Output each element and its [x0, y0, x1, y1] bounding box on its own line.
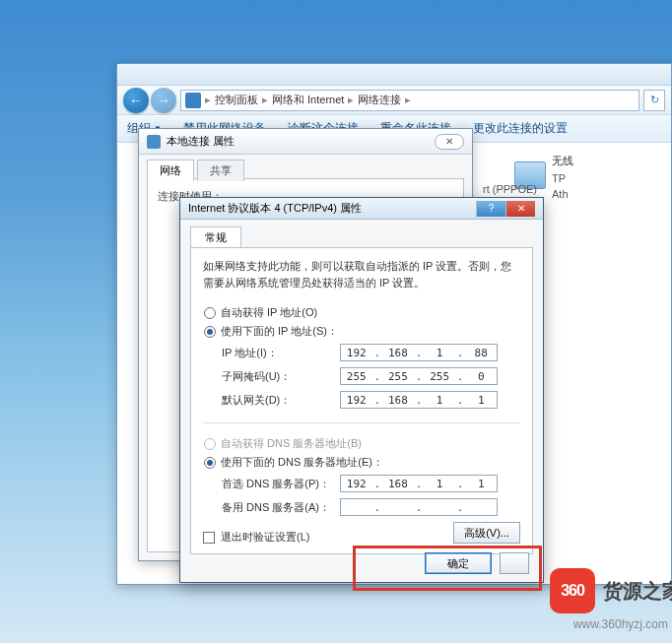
chevron-right-icon: ▸: [205, 94, 211, 106]
cancel-button[interactable]: [500, 552, 529, 574]
refresh-button[interactable]: ↻: [643, 90, 665, 111]
ipv4-properties-dialog: Internet 协议版本 4 (TCP/IPv4) 属性 ? ✕ 常规 如果网…: [179, 197, 544, 583]
advanced-button[interactable]: 高级(V)...: [453, 522, 520, 544]
subnet-mask-label: 子网掩码(U)：: [222, 369, 340, 384]
nav-row: ← → ▸ 控制面板 ▸ 网络和 Internet ▸ 网络连接 ▸ ↻: [117, 86, 671, 115]
chevron-right-icon: ▸: [262, 94, 268, 106]
watermark-badge: 360: [550, 568, 595, 613]
breadcrumb-item[interactable]: 网络和 Internet: [272, 93, 344, 107]
dialog-titlebar[interactable]: 本地连接 属性 ✕: [139, 129, 472, 155]
ip-address-label: IP 地址(I)：: [222, 346, 340, 360]
dialog-title: 本地连接 属性: [167, 134, 235, 149]
dialog-body: 如果网络支持此功能，则可以获取自动指派的 IP 设置。否则，您需要从网络系统管理…: [190, 247, 533, 554]
close-button[interactable]: ✕: [505, 201, 535, 217]
dialog-title: Internet 协议版本 4 (TCP/IPv4) 属性: [188, 201, 362, 216]
network-icon: [185, 93, 201, 108]
dns2-label: 备用 DNS 服务器(A)：: [222, 500, 340, 515]
checkbox-label: 退出时验证设置(L): [221, 530, 309, 545]
connection-item[interactable]: 无线 TP Ath: [514, 150, 672, 200]
tab-general[interactable]: 常规: [190, 226, 241, 248]
radio-icon: [204, 438, 216, 450]
radio-manual-ip[interactable]: 使用下面的 IP 地址(S)：: [204, 322, 519, 341]
breadcrumb-item[interactable]: 控制面板: [215, 93, 258, 107]
explorer-titlebar: [117, 64, 671, 86]
connection-device: Ath: [552, 188, 573, 200]
dns2-input[interactable]: . . .: [340, 498, 498, 516]
chevron-right-icon: ▸: [405, 94, 411, 106]
pppoe-label: rt (PPPOE): [483, 183, 537, 195]
radio-auto-ip[interactable]: 自动获得 IP 地址(O): [204, 303, 519, 322]
connection-status: TP: [552, 172, 573, 184]
toolbar-change[interactable]: 更改此连接的设置: [473, 120, 568, 137]
description-text: 如果网络支持此功能，则可以获取自动指派的 IP 设置。否则，您需要从网络系统管理…: [203, 258, 520, 290]
watermark-text: 货源之家: [603, 578, 672, 605]
adapter-icon: [147, 135, 161, 149]
radio-label: 使用下面的 DNS 服务器地址(E)：: [221, 455, 383, 470]
ok-button[interactable]: 确定: [425, 552, 492, 574]
help-button[interactable]: ?: [476, 201, 505, 217]
radio-manual-dns[interactable]: 使用下面的 DNS 服务器地址(E)：: [204, 453, 519, 472]
dns1-label: 首选 DNS 服务器(P)：: [222, 477, 340, 491]
chevron-right-icon: ▸: [348, 94, 354, 106]
breadcrumb-item[interactable]: 网络连接: [358, 93, 401, 107]
radio-label: 自动获得 DNS 服务器地址(B): [221, 436, 362, 451]
watermark: 360 货源之家: [550, 568, 672, 613]
gateway-input[interactable]: 192. 168. 1. 1: [340, 391, 498, 409]
connection-name: 无线: [552, 154, 573, 168]
tab-sharing[interactable]: 共享: [197, 160, 244, 181]
tab-strip: 网络 共享: [139, 155, 472, 178]
radio-icon: [204, 457, 216, 469]
radio-auto-dns: 自动获得 DNS 服务器地址(B): [204, 434, 519, 453]
watermark-url: www.360hyzj.com: [573, 617, 668, 631]
breadcrumb[interactable]: ▸ 控制面板 ▸ 网络和 Internet ▸ 网络连接 ▸: [180, 90, 639, 111]
tab-network[interactable]: 网络: [147, 160, 194, 181]
ip-address-input[interactable]: 192. 168. 1. 88: [340, 344, 498, 361]
radio-icon: [204, 326, 216, 338]
dialog-titlebar[interactable]: Internet 协议版本 4 (TCP/IPv4) 属性 ? ✕: [180, 198, 543, 220]
close-button[interactable]: ✕: [435, 134, 464, 150]
nav-back-button[interactable]: ←: [123, 88, 149, 113]
checkbox-icon: [203, 532, 215, 544]
radio-label: 使用下面的 IP 地址(S)：: [221, 324, 338, 339]
gateway-label: 默认网关(D)：: [222, 393, 340, 408]
radio-icon: [204, 307, 216, 319]
nav-forward-button[interactable]: →: [151, 88, 176, 113]
dns1-input[interactable]: 192. 168. 1. 1: [340, 475, 498, 492]
subnet-mask-input[interactable]: 255. 255. 255. 0: [340, 367, 498, 385]
radio-label: 自动获得 IP 地址(O): [221, 305, 317, 320]
